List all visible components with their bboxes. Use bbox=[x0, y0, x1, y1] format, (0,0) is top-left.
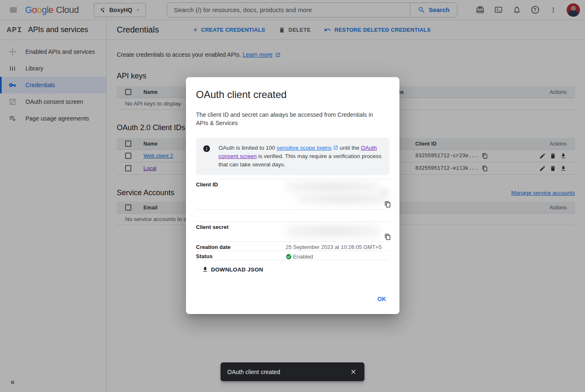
snackbar-close-icon[interactable] bbox=[347, 366, 359, 378]
status-value: Enabled bbox=[293, 254, 313, 260]
verification-notice: OAuth is limited to 100 sensitive scope … bbox=[196, 138, 389, 175]
sensitive-scope-logins-link[interactable]: sensitive scope logins bbox=[277, 145, 331, 151]
redacted-client-secret-value bbox=[286, 224, 380, 239]
oauth-client-created-dialog: OAuth client created The client ID and s… bbox=[186, 77, 399, 314]
external-link-icon bbox=[333, 145, 338, 150]
info-icon bbox=[203, 145, 211, 153]
client-id-label: Client ID bbox=[196, 179, 286, 209]
status-enabled-check-icon bbox=[286, 254, 292, 260]
dialog-title: OAuth client created bbox=[196, 89, 389, 101]
status-label: Status bbox=[196, 251, 286, 260]
creation-date-label: Creation date bbox=[196, 242, 286, 251]
copy-client-id-icon[interactable] bbox=[384, 201, 391, 208]
dialog-fields: Client ID Client secret Creation date 25… bbox=[196, 179, 389, 260]
client-secret-label: Client secret bbox=[196, 222, 286, 241]
snackbar-message: OAuth client created bbox=[227, 369, 347, 375]
ok-button[interactable]: OK bbox=[374, 293, 389, 305]
dialog-subtitle: The client ID and secret can always be a… bbox=[196, 111, 379, 127]
download-json-button[interactable]: DOWNLOAD JSON bbox=[201, 264, 264, 274]
download-icon bbox=[202, 266, 208, 273]
creation-date-value: 25 September 2023 at 10:26:05 GMT+5 bbox=[286, 242, 389, 251]
snackbar: OAuth client created bbox=[221, 362, 364, 381]
copy-client-secret-icon[interactable] bbox=[384, 234, 391, 240]
